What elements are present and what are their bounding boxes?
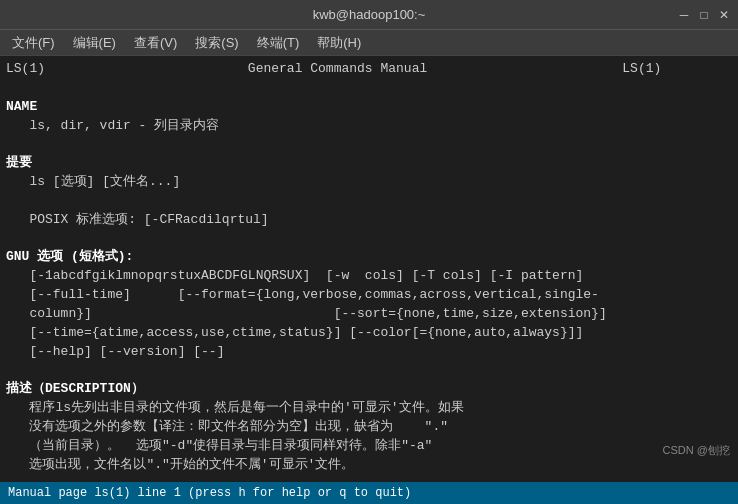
- terminal-wrapper: LS(1) General Commands Manual LS(1) NAME…: [0, 56, 738, 482]
- blank-3: [6, 192, 732, 211]
- gnu-content-2: [--full-time] [--format={long,verbose,co…: [6, 286, 732, 305]
- close-button[interactable]: ✕: [716, 7, 732, 23]
- tiyao-content-1: ls [选项] [文件名...]: [6, 173, 732, 192]
- name-content-1: ls, dir, vdir - 列目录内容: [6, 117, 732, 136]
- title-bar: kwb@hadoop100:~ ─ □ ✕: [0, 0, 738, 30]
- maximize-button[interactable]: □: [696, 7, 712, 23]
- window-controls: ─ □ ✕: [676, 0, 732, 29]
- gnu-content-1: [-1abcdfgiklmnopqrstuxABCDFGLNQRSUX] [-w…: [6, 267, 732, 286]
- tiyao-content-2: POSIX 标准选项: [-CFRacdilqrtul]: [6, 211, 732, 230]
- content-area: LS(1) General Commands Manual LS(1) NAME…: [0, 56, 738, 482]
- menu-item-搜索s[interactable]: 搜索(S): [187, 32, 246, 54]
- section-desc-label: 描述（DESCRIPTION）: [6, 380, 732, 399]
- section-gnu-label: GNU 选项 (短格式):: [6, 248, 732, 267]
- man-header: LS(1) General Commands Manual LS(1): [6, 60, 732, 79]
- menu-item-编辑e[interactable]: 编辑(E): [65, 32, 124, 54]
- status-bar: Manual page ls(1) line 1 (press h for he…: [0, 482, 738, 504]
- menu-item-终端t[interactable]: 终端(T): [249, 32, 308, 54]
- terminal[interactable]: LS(1) General Commands Manual LS(1) NAME…: [0, 56, 738, 482]
- section-name-label: NAME: [6, 98, 732, 117]
- menu-bar: 文件(F)编辑(E)查看(V)搜索(S)终端(T)帮助(H): [0, 30, 738, 56]
- blank-2: [6, 135, 732, 154]
- menu-item-帮助h[interactable]: 帮助(H): [309, 32, 369, 54]
- title-bar-title: kwb@hadoop100:~: [313, 7, 426, 22]
- gnu-content-3: column}] [--sort={none,time,size,extensi…: [6, 305, 732, 324]
- desc-content-3: （当前目录）。 选项"-d"使得目录与非目录项同样对待。除非"-a": [6, 437, 732, 456]
- section-tiyao-label: 提要: [6, 154, 732, 173]
- menu-item-查看v[interactable]: 查看(V): [126, 32, 185, 54]
- blank-1: [6, 79, 732, 98]
- gnu-content-5: [--help] [--version] [--]: [6, 343, 732, 362]
- csdn-watermark: CSDN @刨挖: [663, 443, 730, 458]
- desc-content-2: 没有选项之外的参数【译注：即文件名部分为空】出现，缺省为 ".": [6, 418, 732, 437]
- desc-content-4: 选项出现，文件名以"."开始的文件不属'可显示'文件。: [6, 456, 732, 475]
- desc-content-1: 程序ls先列出非目录的文件项，然后是每一个目录中的'可显示'文件。如果: [6, 399, 732, 418]
- gnu-content-4: [--time={atime,access,use,ctime,status}]…: [6, 324, 732, 343]
- blank-5: [6, 362, 732, 381]
- blank-4: [6, 230, 732, 249]
- minimize-button[interactable]: ─: [676, 7, 692, 23]
- menu-item-文件f[interactable]: 文件(F): [4, 32, 63, 54]
- status-text: Manual page ls(1) line 1 (press h for he…: [8, 486, 411, 500]
